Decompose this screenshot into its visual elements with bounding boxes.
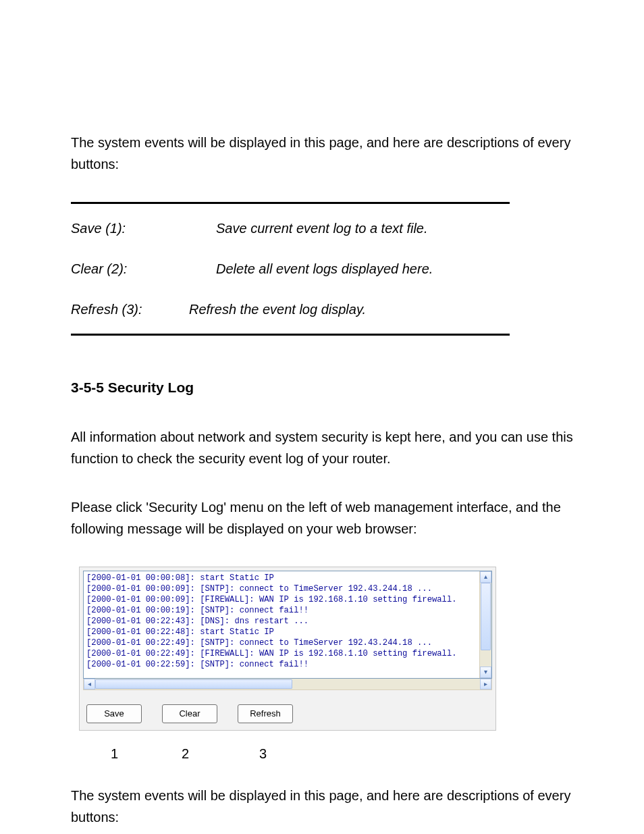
- def-label: Refresh (3):: [71, 298, 189, 320]
- button-number-labels: 1 2 3: [79, 743, 573, 764]
- def-desc: Save current event log to a text file.: [189, 217, 510, 239]
- paragraph-b: Please click 'Security Log' menu on the …: [71, 496, 573, 540]
- refresh-button[interactable]: Refresh: [238, 704, 293, 724]
- button-definitions-table-1: Save (1): Save current event log to a te…: [71, 202, 510, 336]
- scroll-left-icon[interactable]: ◂: [84, 679, 95, 689]
- vertical-scrollbar[interactable]: ▴ ▾: [479, 571, 491, 678]
- intro-paragraph-1: The system events will be displayed in t…: [71, 132, 573, 175]
- table-row: Save (1): Save current event log to a te…: [71, 208, 510, 249]
- scroll-thumb[interactable]: [481, 583, 491, 650]
- def-label: Clear (2):: [71, 258, 189, 280]
- def-label: Save (1):: [71, 217, 189, 239]
- table-row: Clear (2): Delete all event logs display…: [71, 249, 510, 289]
- horizontal-scrollbar[interactable]: ◂ ▸: [83, 679, 492, 690]
- scroll-thumb[interactable]: [95, 679, 292, 689]
- clear-button[interactable]: Clear: [162, 704, 217, 724]
- number-label-2: 2: [146, 743, 224, 764]
- def-desc: Delete all event logs displayed here.: [189, 258, 510, 280]
- scroll-down-icon[interactable]: ▾: [480, 667, 491, 678]
- page: The system events will be displayed in t…: [0, 0, 644, 834]
- scroll-track[interactable]: [480, 583, 491, 667]
- table-row: Refresh (3): Refresh the event log displ…: [71, 289, 510, 330]
- paragraph-a: All information about network and system…: [71, 426, 573, 469]
- section-heading: 3-5-5 Security Log: [71, 376, 573, 399]
- button-row: Save Clear Refresh: [80, 694, 495, 731]
- def-desc: Refresh the event log display.: [189, 298, 510, 320]
- save-button[interactable]: Save: [86, 704, 142, 724]
- number-label-1: 1: [82, 743, 146, 764]
- scroll-up-icon[interactable]: ▴: [480, 571, 491, 583]
- scroll-track[interactable]: [95, 679, 480, 689]
- security-log-screenshot: [2000-01-01 00:00:08]: start Static IP […: [79, 567, 496, 731]
- log-content: [2000-01-01 00:00:08]: start Static IP […: [84, 571, 479, 678]
- number-label-3: 3: [224, 743, 302, 764]
- scroll-right-icon[interactable]: ▸: [480, 679, 491, 689]
- log-textarea[interactable]: [2000-01-01 00:00:08]: start Static IP […: [83, 571, 492, 679]
- intro-paragraph-2: The system events will be displayed in t…: [71, 785, 573, 828]
